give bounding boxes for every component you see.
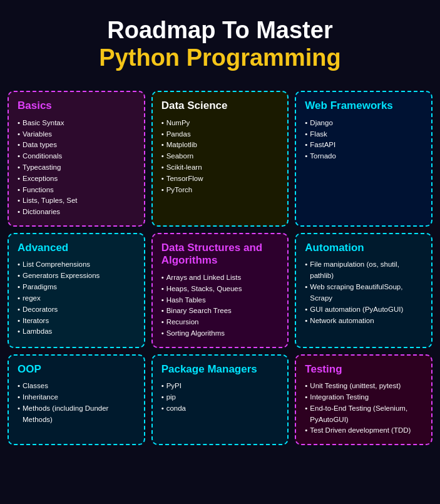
list-item: Arrays and Linked Lists — [161, 272, 279, 284]
list-item: End-to-End Testing (Selenium, PyAutoGUI) — [305, 403, 422, 426]
list-item: pip — [161, 392, 279, 403]
list-item: Test Driven development (TDD) — [305, 425, 422, 436]
card-basics: Basics Basic SyntaxVariablesData typesCo… — [8, 91, 145, 227]
list-item: Typecasting — [18, 162, 135, 173]
advanced-list: List ComprehensionsGenerators Expression… — [18, 259, 135, 337]
list-item: Matplotlib — [161, 140, 279, 151]
list-item: Classes — [18, 381, 135, 392]
list-item: Generators Expressions — [18, 270, 135, 282]
card-advanced: Advanced List ComprehensionsGenerators E… — [8, 233, 145, 348]
card-data-structures: Data Structures and Algorithms Arrays an… — [151, 233, 289, 348]
list-item: Hash Tables — [161, 295, 279, 306]
card-web-frameworks: Web Frameworks DjangoFlaskFastAPITornado — [295, 91, 432, 227]
list-item: regex — [18, 293, 135, 304]
list-item: Variables — [18, 129, 135, 140]
list-item: Iterators — [18, 316, 135, 327]
list-item: Methods (including Dunder Methods) — [18, 403, 135, 426]
list-item: Network automation — [305, 316, 422, 327]
basics-list: Basic SyntaxVariablesData typesCondition… — [18, 118, 135, 218]
list-item: Exceptions — [18, 173, 135, 185]
list-item: GUI automation (PyAutoGUI) — [305, 304, 422, 316]
list-item: Flask — [305, 129, 422, 140]
list-item: Basic Syntax — [18, 118, 135, 129]
package-managers-list: PyPIpipconda — [161, 381, 279, 414]
list-item: Paradigms — [18, 282, 135, 293]
automation-list: File manipulation (os, shutil, pathlib)W… — [305, 259, 422, 326]
card-testing: Testing Unit Testing (unittest, pytest)I… — [295, 354, 432, 445]
data-structures-list: Arrays and Linked ListsHeaps, Stacks, Qu… — [161, 272, 279, 339]
list-item: Lists, Tuples, Set — [18, 195, 135, 207]
list-item: FastAPI — [305, 140, 422, 151]
list-item: List Comprehensions — [18, 259, 135, 270]
advanced-title: Advanced — [18, 242, 135, 254]
list-item: Seaborn — [161, 151, 279, 162]
list-item: Integration Testing — [305, 392, 422, 403]
list-item: Dictionaries — [18, 207, 135, 218]
testing-list: Unit Testing (unittest, pytest)Integrati… — [305, 381, 422, 436]
list-item: Unit Testing (unittest, pytest) — [305, 381, 422, 392]
list-item: Data types — [18, 140, 135, 151]
list-item: Tornado — [305, 151, 422, 162]
list-item: Web scraping BeautifulSoup, Scrapy — [305, 282, 422, 304]
web-frameworks-title: Web Frameworks — [305, 100, 422, 112]
data-science-title: Data Science — [161, 100, 279, 112]
list-item: Binary Search Trees — [161, 306, 279, 317]
card-automation: Automation File manipulation (os, shutil… — [295, 233, 432, 348]
list-item: PyTorch — [161, 185, 279, 196]
oop-title: OOP — [18, 363, 135, 376]
testing-title: Testing — [305, 363, 422, 376]
list-item: PyPI — [161, 381, 279, 392]
list-item: Inheritance — [18, 392, 135, 403]
list-item: Recursion — [161, 317, 279, 328]
list-item: Conditionals — [18, 151, 135, 162]
list-item: Pandas — [161, 129, 279, 140]
cards-grid: Basics Basic SyntaxVariablesData typesCo… — [0, 85, 440, 454]
data-science-list: NumPyPandasMatplotlibSeabornScikit-learn… — [161, 118, 279, 196]
card-package-managers: Package Managers PyPIpipconda — [151, 354, 289, 445]
list-item: TensorFlow — [161, 173, 279, 185]
list-item: Decorators — [18, 304, 135, 316]
card-oop: OOP ClassesInheritanceMethods (including… — [8, 354, 145, 445]
basics-title: Basics — [18, 100, 135, 112]
card-data-science: Data Science NumPyPandasMatplotlibSeabor… — [151, 91, 289, 227]
list-item: Django — [305, 118, 422, 129]
web-frameworks-list: DjangoFlaskFastAPITornado — [305, 118, 422, 162]
automation-title: Automation — [305, 242, 422, 254]
list-item: Lambdas — [18, 326, 135, 337]
list-item: File manipulation (os, shutil, pathlib) — [305, 259, 422, 282]
list-item: Sorting Algorithms — [161, 328, 279, 339]
list-item: NumPy — [161, 118, 279, 129]
data-structures-title: Data Structures and Algorithms — [161, 242, 279, 267]
header: Roadmap To Master Python Programming — [0, 0, 440, 85]
package-managers-title: Package Managers — [161, 363, 279, 376]
list-item: conda — [161, 403, 279, 414]
oop-list: ClassesInheritanceMethods (including Dun… — [18, 381, 135, 425]
list-item: Heaps, Stacks, Queues — [161, 284, 279, 295]
list-item: Scikit-learn — [161, 162, 279, 173]
header-title-line2: Python Programming — [13, 44, 427, 73]
header-title-line1: Roadmap To Master — [13, 18, 427, 44]
list-item: Functions — [18, 185, 135, 196]
